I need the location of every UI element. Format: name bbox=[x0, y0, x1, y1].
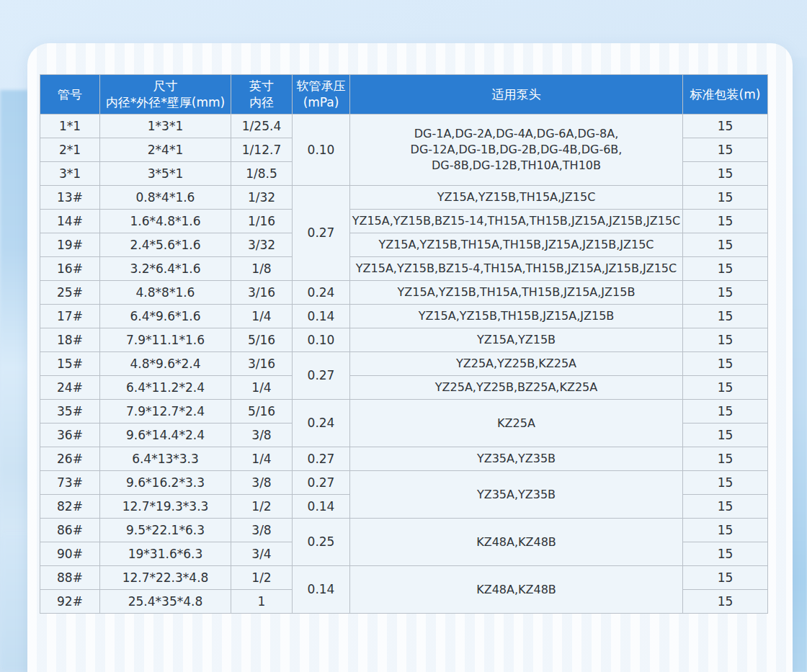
cell-pressure: 0.27 bbox=[293, 447, 350, 471]
cell-size-mm: 4.8*9.6*2.4 bbox=[100, 352, 231, 376]
cell-pressure: 0.10 bbox=[293, 115, 350, 186]
cell-pressure: 0.24 bbox=[293, 400, 350, 447]
cell-inch-id: 1 bbox=[231, 590, 293, 614]
column-header-tube-no: 管号 bbox=[40, 75, 100, 115]
cell-tube-no: 90# bbox=[40, 542, 100, 566]
cell-size-mm: 9.5*22.1*6.3 bbox=[100, 519, 231, 542]
cell-tube-no: 25# bbox=[40, 281, 100, 305]
cell-tube-no: 35# bbox=[40, 400, 100, 424]
cell-tube-no: 88# bbox=[40, 566, 100, 590]
column-header-inch-id: 英寸内径 bbox=[231, 75, 293, 115]
cell-size-mm: 4.8*8*1.6 bbox=[100, 281, 231, 305]
cell-pump-heads: YZ15A,YZ15B,TH15B,JZ15A,JZ15B bbox=[350, 305, 683, 328]
cell-size-mm: 1*3*1 bbox=[100, 115, 231, 138]
cell-pump-heads: KZ48A,KZ48B bbox=[350, 519, 683, 566]
table-header: 管号尺寸内径*外径*壁厚(mm)英寸内径软管承压(mPa)适用泵头标准包装(m) bbox=[40, 75, 768, 115]
cell-size-mm: 9.6*14.4*2.4 bbox=[100, 424, 231, 447]
table-row: 86#9.5*22.1*6.33/80.25KZ48A,KZ48B15 bbox=[40, 519, 768, 542]
cell-tube-no: 2*1 bbox=[40, 138, 100, 162]
table-row: 1*11*3*11/25.40.10DG-1A,DG-2A,DG-4A,DG-6… bbox=[40, 115, 768, 138]
cell-tube-no: 92# bbox=[40, 590, 100, 614]
cell-inch-id: 1/2 bbox=[231, 495, 293, 519]
cell-size-mm: 2*4*1 bbox=[100, 138, 231, 162]
cell-size-mm: 6.4*13*3.3 bbox=[100, 447, 231, 471]
cell-packaging: 15 bbox=[683, 495, 768, 519]
cell-tube-no: 36# bbox=[40, 424, 100, 447]
table-row: 17#6.4*9.6*1.61/40.14YZ15A,YZ15B,TH15B,J… bbox=[40, 305, 768, 328]
cell-inch-id: 5/16 bbox=[231, 400, 293, 424]
cell-inch-id: 1/8.5 bbox=[231, 162, 293, 186]
table-row: 35#7.9*12.7*2.45/160.24KZ25A15 bbox=[40, 400, 768, 424]
cell-inch-id: 1/32 bbox=[231, 186, 293, 210]
header-row: 管号尺寸内径*外径*壁厚(mm)英寸内径软管承压(mPa)适用泵头标准包装(m) bbox=[40, 75, 768, 115]
cell-tube-no: 17# bbox=[40, 305, 100, 328]
column-header-size-mm: 尺寸内径*外径*壁厚(mm) bbox=[100, 75, 231, 115]
cell-packaging: 15 bbox=[683, 257, 768, 281]
cell-inch-id: 5/16 bbox=[231, 328, 293, 352]
cell-pressure: 0.27 bbox=[293, 186, 350, 281]
cell-tube-no: 82# bbox=[40, 495, 100, 519]
cell-inch-id: 3/8 bbox=[231, 519, 293, 542]
cell-pump-heads: YZ15A,YZ15B,BZ15-4,TH15A,TH15B,JZ15A,JZ1… bbox=[350, 257, 683, 281]
cell-tube-no: 14# bbox=[40, 210, 100, 233]
cell-inch-id: 3/32 bbox=[231, 233, 293, 257]
cell-size-mm: 12.7*19.3*3.3 bbox=[100, 495, 231, 519]
table-body: 1*11*3*11/25.40.10DG-1A,DG-2A,DG-4A,DG-6… bbox=[40, 115, 768, 614]
cell-packaging: 15 bbox=[683, 400, 768, 424]
cell-inch-id: 1/16 bbox=[231, 210, 293, 233]
cell-packaging: 15 bbox=[683, 210, 768, 233]
hose-spec-table: 管号尺寸内径*外径*壁厚(mm)英寸内径软管承压(mPa)适用泵头标准包装(m)… bbox=[40, 74, 768, 614]
cell-size-mm: 7.9*12.7*2.4 bbox=[100, 400, 231, 424]
cell-size-mm: 3*5*1 bbox=[100, 162, 231, 186]
cell-packaging: 15 bbox=[683, 566, 768, 590]
cell-packaging: 15 bbox=[683, 447, 768, 471]
table-row: 26#6.4*13*3.31/40.27YZ35A,YZ35B15 bbox=[40, 447, 768, 471]
cell-pump-heads: KZ25A bbox=[350, 400, 683, 447]
cell-packaging: 15 bbox=[683, 328, 768, 352]
cell-pump-heads: YZ15A,YZ15B bbox=[350, 328, 683, 352]
cell-size-mm: 7.9*11.1*1.6 bbox=[100, 328, 231, 352]
cell-pump-heads: YZ25A,YZ25B,BZ25A,KZ25A bbox=[350, 376, 683, 400]
cell-inch-id: 3/16 bbox=[231, 281, 293, 305]
cell-pump-heads: DG-1A,DG-2A,DG-4A,DG-6A,DG-8A,DG-12A,DG-… bbox=[350, 115, 683, 186]
table-row: 13#0.8*4*1.61/320.27YZ15A,YZ15B,TH15A,JZ… bbox=[40, 186, 768, 210]
cell-size-mm: 6.4*9.6*1.6 bbox=[100, 305, 231, 328]
cell-pressure: 0.14 bbox=[293, 495, 350, 519]
cell-tube-no: 1*1 bbox=[40, 115, 100, 138]
cell-size-mm: 3.2*6.4*1.6 bbox=[100, 257, 231, 281]
table-row: 73#9.6*16.2*3.33/80.27YZ35A,YZ35B15 bbox=[40, 471, 768, 495]
cell-tube-no: 73# bbox=[40, 471, 100, 495]
cell-inch-id: 1/8 bbox=[231, 257, 293, 281]
cell-size-mm: 9.6*16.2*3.3 bbox=[100, 471, 231, 495]
cell-packaging: 15 bbox=[683, 352, 768, 376]
cell-pump-heads: YZ15A,YZ15B,TH15A,TH15B,JZ15A,JZ15B bbox=[350, 281, 683, 305]
cell-tube-no: 86# bbox=[40, 519, 100, 542]
cell-tube-no: 19# bbox=[40, 233, 100, 257]
table-row: 24#6.4*11.2*2.41/4YZ25A,YZ25B,BZ25A,KZ25… bbox=[40, 376, 768, 400]
table-row: 19#2.4*5.6*1.63/32YZ15A,YZ15B,TH15A,TH15… bbox=[40, 233, 768, 257]
cell-pump-heads: YZ35A,YZ35B bbox=[350, 471, 683, 519]
cell-size-mm: 12.7*22.3*4.8 bbox=[100, 566, 231, 590]
cell-pump-heads: YZ15A,YZ15B,TH15A,TH15B,JZ15A,JZ15B,JZ15… bbox=[350, 233, 683, 257]
cell-packaging: 15 bbox=[683, 233, 768, 257]
cell-inch-id: 3/4 bbox=[231, 542, 293, 566]
cell-tube-no: 24# bbox=[40, 376, 100, 400]
cell-tube-no: 13# bbox=[40, 186, 100, 210]
cell-inch-id: 3/8 bbox=[231, 424, 293, 447]
cell-packaging: 15 bbox=[683, 519, 768, 542]
cell-packaging: 15 bbox=[683, 138, 768, 162]
cell-packaging: 15 bbox=[683, 115, 768, 138]
cell-packaging: 15 bbox=[683, 281, 768, 305]
cell-packaging: 15 bbox=[683, 542, 768, 566]
table-row: 88#12.7*22.3*4.81/20.14KZ48A,KZ48B15 bbox=[40, 566, 768, 590]
table-row: 15#4.8*9.6*2.43/160.27YZ25A,YZ25B,KZ25A1… bbox=[40, 352, 768, 376]
cell-packaging: 15 bbox=[683, 305, 768, 328]
cell-packaging: 15 bbox=[683, 471, 768, 495]
cell-inch-id: 1/12.7 bbox=[231, 138, 293, 162]
table-row: 25#4.8*8*1.63/160.24YZ15A,YZ15B,TH15A,TH… bbox=[40, 281, 768, 305]
cell-pressure: 0.27 bbox=[293, 352, 350, 400]
cell-pump-heads: YZ35A,YZ35B bbox=[350, 447, 683, 471]
background-decoration-left bbox=[0, 90, 29, 537]
cell-tube-no: 3*1 bbox=[40, 162, 100, 186]
table-row: 18#7.9*11.1*1.65/160.10YZ15A,YZ15B15 bbox=[40, 328, 768, 352]
